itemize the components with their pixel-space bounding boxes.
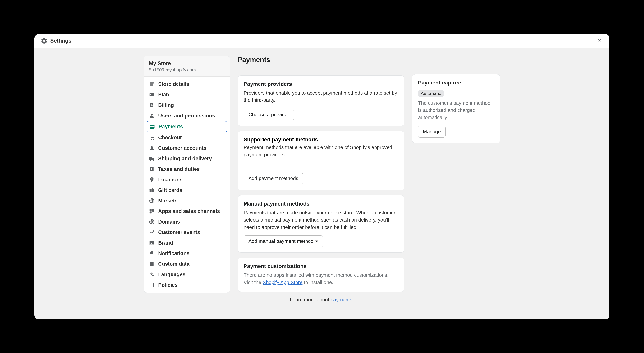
payment-providers-card: Payment providers Providers that enable … <box>238 75 404 126</box>
card-title: Payment providers <box>244 81 398 87</box>
svg-point-13 <box>151 178 152 179</box>
gift-icon <box>149 187 155 193</box>
nav-custom-data[interactable]: Custom data <box>146 259 227 269</box>
gear-icon <box>41 37 48 44</box>
nav-domains[interactable]: Domains <box>146 217 227 227</box>
card-description: The customer's payment method is authori… <box>418 100 494 121</box>
svg-point-6 <box>151 139 152 140</box>
custom-data-icon <box>149 261 155 267</box>
svg-text:$: $ <box>151 103 153 106</box>
nav-languages[interactable]: 文ALanguages <box>146 269 227 280</box>
nav-label: Gift cards <box>158 187 182 193</box>
close-icon <box>597 38 602 43</box>
card-title: Supported payment methods <box>244 137 398 143</box>
caret-down-icon <box>316 240 318 243</box>
nav-label: Languages <box>158 272 186 278</box>
nav-label: Customer accounts <box>158 145 206 151</box>
nav-label: Store details <box>158 81 189 87</box>
users-icon <box>149 113 155 119</box>
nav-apps[interactable]: Apps and sales channels <box>146 206 227 217</box>
store-name: My Store <box>149 60 225 66</box>
nav-markets[interactable]: Markets <box>146 196 227 206</box>
nav-payments[interactable]: Payments <box>146 121 227 132</box>
nav-label: Payments <box>158 124 183 130</box>
payments-help-link[interactable]: payments <box>330 297 352 303</box>
learn-more-footer: Learn more about payments <box>238 297 404 303</box>
svg-point-8 <box>151 146 153 148</box>
nav-label: Billing <box>158 102 174 108</box>
page-title: Payments <box>238 56 404 64</box>
nav-label: Locations <box>158 177 183 183</box>
nav-shipping[interactable]: Shipping and delivery <box>146 153 227 164</box>
svg-rect-25 <box>150 264 154 266</box>
settings-sidebar: My Store 5a1509.myshopify.com Store deta… <box>144 56 230 293</box>
nav-label: Users and permissions <box>158 113 215 119</box>
payments-icon <box>149 124 155 129</box>
aside-content: Payment capture Automatic The customer's… <box>412 56 500 148</box>
nav-policies[interactable]: Policies <box>146 280 227 290</box>
nav-customer-events[interactable]: Customer events <box>146 227 227 238</box>
nav-label: Custom data <box>158 261 190 267</box>
modal-header: Settings <box>34 34 610 48</box>
nav-label: Domains <box>158 219 180 225</box>
nav-taxes[interactable]: %Taxes and duties <box>146 164 227 174</box>
bell-icon <box>149 251 155 256</box>
nav-customer-accounts[interactable]: Customer accounts <box>146 143 227 153</box>
nav-label: Taxes and duties <box>158 166 200 172</box>
card-description: Payment methods that are available with … <box>244 144 398 158</box>
add-manual-method-button[interactable]: Add manual payment method <box>244 235 323 247</box>
nav-store-details[interactable]: Store details <box>146 79 227 89</box>
payment-customizations-card: Payment customizations There are no apps… <box>238 258 404 292</box>
card-description: There are no apps installed with payment… <box>244 272 398 286</box>
nav-plan[interactable]: Plan <box>146 89 227 100</box>
svg-rect-0 <box>150 93 154 96</box>
nav-label: Apps and sales channels <box>158 208 220 214</box>
taxes-icon: % <box>149 166 155 172</box>
checkout-icon <box>149 135 155 140</box>
truck-icon <box>149 156 155 161</box>
store-info: My Store 5a1509.myshopify.com <box>144 56 230 77</box>
plan-icon <box>149 92 155 97</box>
svg-rect-20 <box>150 211 152 213</box>
payment-capture-card: Payment capture Automatic The customer's… <box>412 74 500 143</box>
events-icon <box>149 229 155 235</box>
add-payment-methods-button[interactable]: Add payment methods <box>244 173 303 184</box>
modal-title: Settings <box>50 38 71 44</box>
nav-brand[interactable]: Brand <box>146 238 227 248</box>
svg-text:%: % <box>151 168 153 170</box>
location-icon <box>149 177 155 183</box>
nav-gift-cards[interactable]: Gift cards <box>146 185 227 196</box>
languages-icon: 文A <box>149 272 155 277</box>
store-url[interactable]: 5a1509.myshopify.com <box>149 67 225 73</box>
person-icon <box>149 145 155 151</box>
nav-checkout[interactable]: Checkout <box>146 132 227 143</box>
nav-locations[interactable]: Locations <box>146 174 227 185</box>
modal-body: My Store 5a1509.myshopify.com Store deta… <box>34 48 610 319</box>
card-description: Providers that enable you to accept paym… <box>244 89 398 104</box>
card-title: Payment capture <box>418 80 494 86</box>
close-button[interactable] <box>596 37 603 45</box>
supported-methods-card: Supported payment methods Payment method… <box>238 131 404 190</box>
nav-users[interactable]: Users and permissions <box>146 110 227 121</box>
manual-methods-card: Manual payment methods Payments that are… <box>238 195 404 253</box>
nav-label: Markets <box>158 198 178 204</box>
nav-billing[interactable]: $Billing <box>146 100 227 110</box>
settings-modal: Settings My Store 5a1509.myshopify.com S… <box>34 34 610 319</box>
nav-notifications[interactable]: Notifications <box>146 248 227 259</box>
billing-icon: $ <box>149 102 155 108</box>
apps-icon <box>149 208 155 214</box>
automatic-badge: Automatic <box>418 90 444 97</box>
nav-label: Plan <box>158 92 169 98</box>
nav-label: Customer events <box>158 229 200 235</box>
store-icon <box>149 81 155 87</box>
shopify-app-store-link[interactable]: Shopify App Store <box>262 280 302 285</box>
svg-rect-24 <box>150 262 154 264</box>
svg-rect-18 <box>150 209 152 211</box>
nav-label: Checkout <box>158 135 182 141</box>
manage-capture-button[interactable]: Manage <box>418 126 446 137</box>
nav-label: Notifications <box>158 251 190 257</box>
svg-text:A: A <box>152 274 154 277</box>
domains-icon <box>149 219 155 225</box>
choose-provider-button[interactable]: Choose a provider <box>244 109 294 120</box>
svg-rect-1 <box>150 94 152 95</box>
